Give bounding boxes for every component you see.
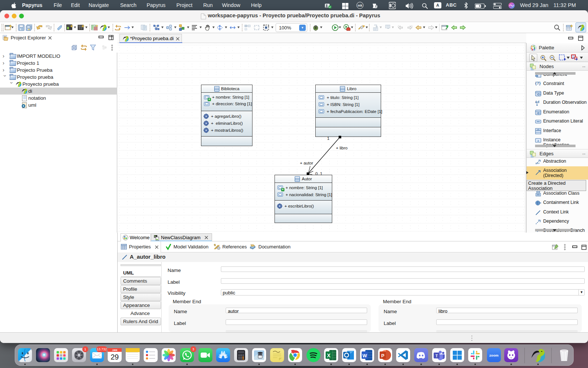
svg-text:«D»: «D» (537, 93, 541, 96)
svg-text:JAN: JAN (112, 349, 117, 351)
svg-text:«A»: «A» (535, 162, 540, 164)
svg-text:&d: &d (535, 100, 539, 104)
svg-text:zoom: zoom (490, 353, 499, 357)
svg-text:29: 29 (111, 353, 119, 361)
svg-text:X: X (327, 353, 331, 358)
svg-text:P: P (381, 353, 384, 358)
svg-text:«I»: «I» (537, 128, 539, 131)
svg-text:T: T (435, 354, 438, 358)
svg-text:W: W (362, 353, 367, 358)
svg-text:«E»: «E» (537, 112, 541, 114)
